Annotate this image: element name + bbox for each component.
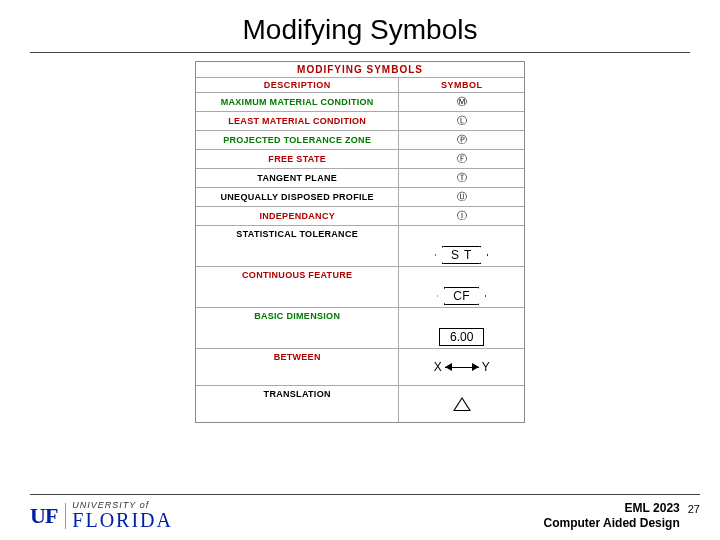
desc-cell: PROJECTED TOLERANCE ZONE — [196, 131, 399, 149]
triangle-icon — [453, 397, 471, 411]
col-header-symbol: SYMBOL — [399, 78, 524, 92]
desc-cell: MAXIMUM MATERIAL CONDITION — [196, 93, 399, 111]
course-name: Computer Aided Design — [544, 516, 680, 530]
desc-cell: CONTINUOUS FEATURE — [196, 267, 399, 307]
symbol-cell: X Y — [399, 349, 524, 385]
symbol-cell — [399, 386, 524, 422]
course-block: EML 2023 Computer Aided Design — [544, 501, 680, 530]
desc-cell: TANGENT PLANE — [196, 169, 399, 187]
uf-mark: UF — [30, 503, 66, 529]
table-row: LEAST MATERIAL CONDITION Ⓛ — [196, 112, 524, 131]
symbols-table: MODIFYING SYMBOLS DESCRIPTION SYMBOL MAX… — [195, 61, 525, 423]
desc-cell: FREE STATE — [196, 150, 399, 168]
page-title: Modifying Symbols — [0, 0, 720, 52]
table-header-row: DESCRIPTION SYMBOL — [196, 78, 524, 93]
symbol-cell: S T — [399, 226, 524, 266]
table-row: STATISTICAL TOLERANCE S T — [196, 226, 524, 267]
table-row: BASIC DIMENSION 6.00 — [196, 308, 524, 349]
desc-cell: TRANSLATION — [196, 386, 399, 422]
footer: UF UNIVERSITY of FLORIDA EML 2023 Comput… — [30, 494, 700, 530]
table-row: PROJECTED TOLERANCE ZONE Ⓟ — [196, 131, 524, 150]
page-number: 27 — [688, 501, 700, 515]
col-header-description: DESCRIPTION — [196, 78, 399, 92]
symbol-cell: Ⓣ — [399, 169, 524, 187]
between-b: Y — [482, 360, 490, 374]
table-row: MAXIMUM MATERIAL CONDITION Ⓜ — [196, 93, 524, 112]
table-row: TRANSLATION — [196, 386, 524, 422]
divider-bottom — [30, 494, 700, 495]
symbol-cell: Ⓛ — [399, 112, 524, 130]
symbol-cell: Ⓜ — [399, 93, 524, 111]
desc-cell: INDEPENDANCY — [196, 207, 399, 225]
symbol-cell: 6.00 — [399, 308, 524, 348]
double-arrow-icon — [445, 367, 479, 368]
desc-cell: UNEQUALLY DISPOSED PROFILE — [196, 188, 399, 206]
course-code: EML 2023 — [544, 501, 680, 515]
between-symbol: X Y — [434, 360, 490, 374]
desc-cell: BETWEEN — [196, 349, 399, 385]
table-row: TANGENT PLANE Ⓣ — [196, 169, 524, 188]
desc-cell: BASIC DIMENSION — [196, 308, 399, 348]
table-row: UNEQUALLY DISPOSED PROFILE Ⓤ — [196, 188, 524, 207]
uf-logo: UF UNIVERSITY of FLORIDA — [30, 501, 173, 530]
uf-text-bottom: FLORIDA — [72, 510, 173, 530]
symbol-cell: Ⓤ — [399, 188, 524, 206]
divider-top — [30, 52, 690, 53]
hex-symbol-st: S T — [442, 246, 481, 264]
table-row: INDEPENDANCY Ⓘ — [196, 207, 524, 226]
symbol-cell: Ⓕ — [399, 150, 524, 168]
boxed-symbol-basic: 6.00 — [439, 328, 484, 346]
desc-cell: STATISTICAL TOLERANCE — [196, 226, 399, 266]
symbol-cell: CF — [399, 267, 524, 307]
table-row: BETWEEN X Y — [196, 349, 524, 386]
table-row: CONTINUOUS FEATURE CF — [196, 267, 524, 308]
hex-symbol-cf: CF — [444, 287, 479, 305]
table-caption: MODIFYING SYMBOLS — [196, 62, 524, 78]
symbol-cell: Ⓘ — [399, 207, 524, 225]
desc-cell: LEAST MATERIAL CONDITION — [196, 112, 399, 130]
symbol-cell: Ⓟ — [399, 131, 524, 149]
table-row: FREE STATE Ⓕ — [196, 150, 524, 169]
